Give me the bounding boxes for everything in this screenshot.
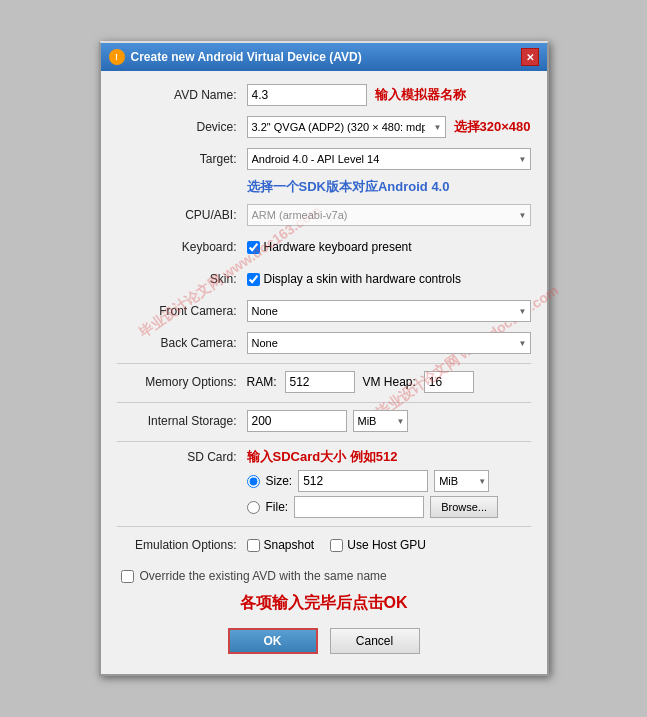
cpu-label: CPU/ABI:: [117, 208, 247, 222]
front-camera-row: Front Camera: None: [117, 299, 531, 323]
target-select-wrapper: Android 4.0 - API Level 14: [247, 148, 531, 170]
vm-heap-label: VM Heap:: [363, 375, 416, 389]
avd-dialog: ! Create new Android Virtual Device (AVD…: [99, 41, 549, 676]
skin-label: Skin:: [117, 272, 247, 286]
button-row: OK Cancel: [117, 618, 531, 662]
skin-checkbox[interactable]: [247, 273, 260, 286]
use-host-gpu-checkbox[interactable]: [330, 539, 343, 552]
keyboard-checkbox[interactable]: [247, 241, 260, 254]
target-select[interactable]: Android 4.0 - API Level 14: [247, 148, 531, 170]
keyboard-checkbox-group: Hardware keyboard present: [247, 240, 412, 254]
memory-inputs: RAM: VM Heap:: [247, 371, 531, 393]
storage-inputs: MiB GiB: [247, 410, 531, 432]
use-host-gpu-label: Use Host GPU: [347, 538, 426, 552]
device-label: Device:: [117, 120, 247, 134]
sdcard-file-radio[interactable]: [247, 501, 260, 514]
target-annotation: 选择一个SDK版本对应Android 4.0: [247, 178, 450, 196]
back-camera-row: Back Camera: None: [117, 331, 531, 355]
storage-row: Internal Storage: MiB GiB: [117, 409, 531, 433]
skin-row: Skin: Display a skin with hardware contr…: [117, 267, 531, 291]
back-camera-select-wrapper: None: [247, 332, 531, 354]
override-row: Override the existing AVD with the same …: [117, 565, 531, 587]
snapshot-option: Snapshot: [247, 538, 315, 552]
browse-button[interactable]: Browse...: [430, 496, 498, 518]
bottom-annotation: 各项输入完毕后点击OK: [117, 587, 531, 618]
snapshot-label: Snapshot: [264, 538, 315, 552]
use-host-gpu-option: Use Host GPU: [330, 538, 426, 552]
memory-label: Memory Options:: [117, 375, 247, 389]
storage-input[interactable]: [247, 410, 347, 432]
sdcard-section: 输入SDCard大小 例如512 Size: MiB GiB: [247, 448, 531, 518]
sdcard-size-row: Size: MiB GiB: [247, 470, 531, 492]
cpu-select-wrapper: ARM (armeabi-v7a): [247, 204, 531, 226]
front-camera-select[interactable]: None: [247, 300, 531, 322]
emulation-row: Emulation Options: Snapshot Use Host GPU: [117, 533, 531, 557]
sdcard-unit-select[interactable]: MiB GiB: [434, 470, 489, 492]
emulation-label: Emulation Options:: [117, 538, 247, 552]
vm-heap-input[interactable]: [424, 371, 474, 393]
separator-2: [117, 402, 531, 403]
emulation-options: Snapshot Use Host GPU: [247, 538, 531, 552]
title-bar-left: ! Create new Android Virtual Device (AVD…: [109, 49, 362, 65]
separator-4: [117, 526, 531, 527]
avd-name-input[interactable]: [247, 84, 367, 106]
ok-button[interactable]: OK: [228, 628, 318, 654]
separator-1: [117, 363, 531, 364]
title-bar: ! Create new Android Virtual Device (AVD…: [101, 43, 547, 71]
memory-row: Memory Options: RAM: VM Heap:: [117, 370, 531, 394]
ram-label: RAM:: [247, 375, 277, 389]
device-select[interactable]: 3.2" QVGA (ADP2) (320 × 480: mdpi): [247, 116, 446, 138]
avd-name-annotation: 输入模拟器名称: [375, 86, 466, 104]
device-row: Device: 3.2" QVGA (ADP2) (320 × 480: mdp…: [117, 115, 531, 139]
override-label: Override the existing AVD with the same …: [140, 569, 387, 583]
dialog-body: 毕业设计论文网 www.doc163.com 毕业设计论文网 www.doc16…: [101, 71, 547, 674]
front-camera-label: Front Camera:: [117, 304, 247, 318]
override-checkbox[interactable]: [121, 570, 134, 583]
target-row: Target: Android 4.0 - API Level 14: [117, 147, 531, 171]
dialog-title: Create new Android Virtual Device (AVD): [131, 50, 362, 64]
target-annotation-row: 选择一个SDK版本对应Android 4.0: [117, 175, 531, 199]
keyboard-checkbox-label: Hardware keyboard present: [264, 240, 412, 254]
sdcard-row: SD Card: 输入SDCard大小 例如512 Size: MiB GiB: [117, 448, 531, 518]
device-select-wrapper: 3.2" QVGA (ADP2) (320 × 480: mdpi): [247, 116, 446, 138]
front-camera-select-wrapper: None: [247, 300, 531, 322]
cpu-row: CPU/ABI: ARM (armeabi-v7a): [117, 203, 531, 227]
sdcard-size-radio[interactable]: [247, 475, 260, 488]
device-annotation: 选择320×480: [454, 118, 531, 136]
sdcard-unit-wrapper: MiB GiB: [434, 470, 489, 492]
separator-3: [117, 441, 531, 442]
back-camera-label: Back Camera:: [117, 336, 247, 350]
target-label: Target:: [117, 152, 247, 166]
sdcard-size-input[interactable]: [298, 470, 428, 492]
snapshot-checkbox[interactable]: [247, 539, 260, 552]
android-icon: !: [109, 49, 125, 65]
keyboard-label: Keyboard:: [117, 240, 247, 254]
sdcard-file-label: File:: [266, 500, 289, 514]
sdcard-file-row: File: Browse...: [247, 496, 531, 518]
cancel-button[interactable]: Cancel: [330, 628, 420, 654]
avd-name-label: AVD Name:: [117, 88, 247, 102]
close-button[interactable]: ✕: [521, 48, 539, 66]
sdcard-size-label: Size:: [266, 474, 293, 488]
ram-input[interactable]: [285, 371, 355, 393]
avd-name-row: AVD Name: 输入模拟器名称: [117, 83, 531, 107]
storage-unit-wrapper: MiB GiB: [353, 410, 408, 432]
storage-unit-select[interactable]: MiB GiB: [353, 410, 408, 432]
sdcard-annotation: 输入SDCard大小 例如512: [247, 448, 531, 466]
skin-checkbox-label: Display a skin with hardware controls: [264, 272, 461, 286]
sdcard-file-input[interactable]: [294, 496, 424, 518]
back-camera-select[interactable]: None: [247, 332, 531, 354]
sdcard-label: SD Card:: [117, 448, 247, 464]
keyboard-row: Keyboard: Hardware keyboard present: [117, 235, 531, 259]
storage-label: Internal Storage:: [117, 414, 247, 428]
cpu-select[interactable]: ARM (armeabi-v7a): [247, 204, 531, 226]
skin-checkbox-group: Display a skin with hardware controls: [247, 272, 461, 286]
